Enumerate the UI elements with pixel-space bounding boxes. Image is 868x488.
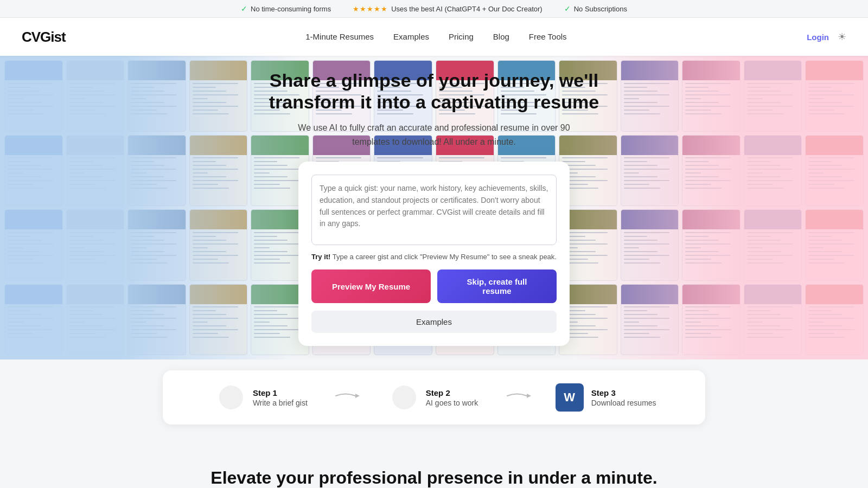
- input-card: Try it! Type a career gist and click "Pr…: [298, 162, 570, 346]
- topbar-item-2: ★★★★★ Uses the best AI (ChatGPT4 + Our D…: [353, 5, 542, 13]
- hero-subtext: We use AI to fully craft an accurate and…: [282, 121, 586, 149]
- nav-link-examples[interactable]: Examples: [393, 32, 429, 41]
- topbar-item-1: ✓ No time-consuming forms: [241, 4, 331, 13]
- bottom-heading: Elevate your professional presence in un…: [22, 468, 846, 488]
- arrow-1: [335, 389, 362, 406]
- arrow-2: [506, 389, 533, 406]
- logo[interactable]: CVGist: [22, 29, 66, 46]
- topbar-text-2: Uses the best AI (ChatGPT4 + Our Doc Cre…: [391, 5, 542, 13]
- step-1-text: Step 1 Write a brief gist: [253, 388, 308, 407]
- skip-full-resume-button[interactable]: Skip, create full resume: [437, 269, 557, 303]
- hero-heading: Share a glimpse of your journey, we'll t…: [269, 69, 599, 114]
- step-3-text: Step 3 Download resumes: [591, 388, 656, 407]
- bottom-section: Elevate your professional presence in un…: [0, 435, 868, 488]
- nav-right: Login ☀: [807, 31, 846, 43]
- step-3: W Step 3 Download resumes: [539, 383, 673, 412]
- hero-center: Share a glimpse of your journey, we'll t…: [0, 56, 868, 359]
- nav-links: 1-Minute Resumes Examples Pricing Blog F…: [305, 32, 566, 42]
- step-1-label: Step 1: [253, 388, 308, 397]
- hero-heading-line1: Share a glimpse of your journey, we'll: [270, 70, 598, 91]
- nav-item-examples[interactable]: Examples: [393, 32, 429, 42]
- try-hint-text: Type a career gist and click "Preview My…: [330, 253, 557, 261]
- check-icon-1: ✓: [241, 4, 247, 13]
- step-2-text: Step 2 AI goes to work: [426, 388, 478, 407]
- topbar-item-3: ✓ No Subscriptions: [564, 4, 627, 13]
- step-2-label: Step 2: [426, 388, 478, 397]
- nav-item-pricing[interactable]: Pricing: [449, 32, 474, 42]
- step-3-label: Step 3: [591, 388, 656, 397]
- step-1-desc: Write a brief gist: [253, 399, 308, 407]
- examples-button[interactable]: Examples: [311, 311, 557, 333]
- try-hint-strong: Try it!: [311, 253, 330, 261]
- step-2: 🤖 Step 2 AI goes to work: [367, 383, 501, 412]
- star-rating: ★★★★★: [353, 5, 388, 13]
- nav-link-blog[interactable]: Blog: [493, 32, 509, 41]
- topbar-text-1: No time-consuming forms: [251, 5, 331, 13]
- svg-marker-2: [355, 394, 360, 398]
- navbar: CVGist 1-Minute Resumes Examples Pricing…: [0, 18, 868, 56]
- nav-link-pricing[interactable]: Pricing: [449, 32, 474, 41]
- try-hint: Try it! Type a career gist and click "Pr…: [311, 253, 557, 261]
- step-1-icon: ✍️: [217, 383, 245, 412]
- nav-link-free-tools[interactable]: Free Tools: [529, 32, 567, 41]
- hero-heading-line2: transform it into a captivating resume: [269, 92, 599, 112]
- topbar-text-3: No Subscriptions: [574, 5, 627, 13]
- nav-item-1min[interactable]: 1-Minute Resumes: [305, 32, 374, 42]
- check-icon-3: ✓: [564, 4, 571, 13]
- nav-link-1min[interactable]: 1-Minute Resumes: [305, 32, 374, 41]
- step-2-icon: 🤖: [390, 383, 418, 412]
- svg-marker-5: [527, 394, 531, 398]
- svg-point-3: [392, 386, 416, 409]
- svg-point-0: [219, 386, 243, 409]
- word-icon-label: W: [564, 390, 575, 404]
- theme-toggle-button[interactable]: ☀: [838, 31, 846, 43]
- preview-resume-button[interactable]: Preview My Resume: [311, 269, 431, 303]
- topbar: ✓ No time-consuming forms ★★★★★ Uses the…: [0, 0, 868, 18]
- action-buttons: Preview My Resume Skip, create full resu…: [311, 269, 557, 303]
- nav-item-blog[interactable]: Blog: [493, 32, 509, 42]
- nav-item-free-tools[interactable]: Free Tools: [529, 32, 567, 42]
- login-button[interactable]: Login: [807, 33, 829, 42]
- gist-textarea[interactable]: [311, 175, 557, 245]
- step-2-desc: AI goes to work: [426, 399, 478, 407]
- step-3-desc: Download resumes: [591, 399, 656, 407]
- steps-bar: ✍️ Step 1 Write a brief gist 🤖: [163, 370, 705, 425]
- step-1: ✍️ Step 1 Write a brief gist: [195, 383, 329, 412]
- hero-section: // Generate tiles inline const cols = 14…: [0, 56, 868, 359]
- word-icon: W: [556, 383, 584, 412]
